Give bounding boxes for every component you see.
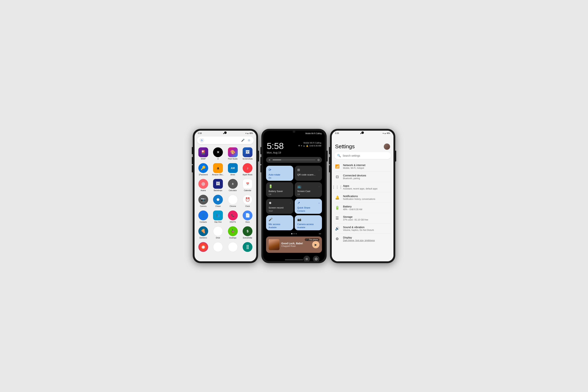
app-item-music[interactable]: ♪Apple Music (241, 162, 254, 177)
app-item-amazon[interactable]: aAmazon Sho... (211, 162, 225, 177)
qs-tile-icon-batterysaver: 🔋 (268, 185, 272, 188)
camera-notch-left (224, 132, 227, 134)
app-label-calculator: Calculator (229, 190, 237, 192)
qs-tile-screenrecord[interactable]: ⏺›Screen recordStart (266, 199, 293, 214)
qs-header: 5:58 Mon, Aug 19 Mobile Wi-Fi Calling 👁 … (263, 135, 325, 156)
settings-item-connected[interactable]: ⊡Connected devicesBluetooth, pairing (334, 172, 391, 182)
app-item-contacts[interactable]: 👤Contacts (196, 210, 210, 224)
app-item-misc1[interactable]: ◉ (196, 241, 210, 254)
qs-tile-title-screencast: Screen Cast (297, 190, 320, 192)
qs-tile-micaccess[interactable]: 🎤Mic accessAvailable (266, 215, 293, 230)
app-label-amex: Amex (230, 174, 235, 176)
qs-power-button[interactable]: ⏻ (313, 256, 320, 261)
qs-tile-title-screenrecord: Screen record (268, 206, 291, 209)
app-item-snap[interactable]: 🎴SNAP (196, 146, 210, 161)
media-info: Good Luck, Babe! Chappell Roan (281, 242, 310, 247)
app-label-chase: Chase (216, 205, 221, 207)
qs-tile-icon-quickshare: ↗ (297, 201, 300, 204)
settings-item-battery[interactable]: 🔋Battery48% - Until 6:30 AM (334, 203, 391, 213)
app-label-contacts: Contacts (200, 221, 207, 223)
app-label-pixel: Pixel Studio (228, 158, 238, 160)
app-item-misc3[interactable]: ◎ (226, 241, 240, 254)
settings-item-sub-sound: Volume, haptics, Do Not Disturb (343, 229, 391, 232)
app-item-screenshots[interactable]: 🖼Screenshots (241, 146, 254, 161)
media-player[interactable]: ♪ Good Luck, Babe! Chappell Roan ▶ 📱 Thi… (266, 236, 322, 253)
app-icon-dominos: 🍕 (198, 226, 208, 236)
mic-search-icon[interactable]: 🎤 (241, 138, 245, 142)
app-item-chase[interactable]: ⬟Chase (211, 194, 225, 208)
qs-tile-autorotate[interactable]: ⟳Auto-rotateOn (266, 166, 293, 181)
settings-search-bar[interactable]: 🔍 Search settings (334, 152, 391, 159)
qs-tile-header-batterysaver: 🔋 (268, 185, 291, 188)
app-item-drive[interactable]: △Drive (211, 225, 225, 240)
qs-tile-qrcode[interactable]: ⊞›QR code scann... (295, 166, 322, 181)
app-icon-misc1: ◉ (198, 242, 208, 252)
app-item-digits[interactable]: 📞DIGITS (226, 210, 240, 224)
app-item-calculator[interactable]: ±Calculator (226, 178, 240, 192)
settings-item-storage[interactable]: ☰Storage37% used - 81.10 GB free (334, 213, 391, 224)
qs-tiles: ⟳Auto-rotateOn⊞›QR code scann...🔋Battery… (263, 164, 325, 232)
app-item-misc4[interactable]: ⣿ (241, 241, 254, 254)
settings-item-network[interactable]: 📶Network & internetMobile, Wi-Fi, hotspo… (334, 161, 391, 172)
qs-status-icons: Mobile Wi-Fi Calling (306, 132, 322, 134)
app-item-dominos[interactable]: 🍕Domino's (196, 225, 210, 240)
settings-status-time: 5:59 (335, 132, 339, 134)
qs-edit-icon[interactable]: ✏ (319, 232, 321, 236)
settings-item-sub-notifications: Notification history, conversations (343, 198, 391, 200)
google-search-bar[interactable]: G 🎤 ⊙ (197, 136, 254, 144)
app-item-amex[interactable]: AMAmex (226, 162, 240, 177)
app-item-clock[interactable]: ⏰Clock (241, 194, 254, 208)
app-item-pixel[interactable]: 🎨Pixel Studio (226, 146, 240, 161)
qs-tile-screencast[interactable]: 📺›Screen CastOff (295, 182, 322, 197)
app-item-chrome[interactable]: ◎Chrome (226, 194, 240, 208)
app-label-drive: Drive (216, 237, 220, 239)
qs-status-row: 👁 ▾ ▲ 🔒 Until 6:30 AM (298, 145, 321, 147)
qs-tile-sub-autorotate: On (268, 177, 291, 179)
settings-screen: 5:59 ▲ ▾ ▲ 48% Settings 🔍 Search setting… (332, 131, 394, 261)
brightness-slider[interactable]: ☀ ⚙ (266, 157, 322, 163)
settings-item-sound[interactable]: 🔊Sound & vibrationVolume, haptics, Do No… (334, 224, 391, 234)
home-indicator-mid (285, 260, 303, 260)
qs-tile-title-autorotate: Auto-rotate (268, 173, 291, 176)
qs-tile-batterysaver[interactable]: 🔋Battery SaverOff (266, 182, 293, 197)
qs-tile-header-screencast: 📺› (297, 185, 320, 188)
app-icon-digits: 📞 (228, 210, 238, 220)
qs-top-right: Mobile Wi-Fi Calling 👁 ▾ ▲ 🔒 Until 6:30 … (298, 142, 321, 147)
lens-search-icon[interactable]: ⊙ (247, 138, 251, 142)
status-icons-left: ▾ ▲ 48% (246, 132, 253, 134)
qs-tile-header-autorotate: ⟳ (268, 168, 291, 172)
settings-item-notifications[interactable]: 🔔NotificationsNotification history, conv… (334, 192, 391, 203)
app-item-asana[interactable]: ◎Asana (196, 178, 210, 192)
qs-settings-button[interactable]: ⚙ (304, 256, 310, 261)
app-item-calendar[interactable]: 📅Calendar (241, 178, 254, 192)
settings-item-display[interactable]: ⚙DisplayDark theme, font size, brightnes… (334, 234, 391, 244)
app-icon-everydollar: $ (243, 226, 252, 236)
app-item-docs[interactable]: 📄Docs (241, 210, 254, 224)
app-icon-chase: ⬟ (213, 195, 223, 204)
app-item-everydollar[interactable]: $EveryDollar (241, 225, 254, 240)
qs-tile-header-screenrecord: ⏺› (268, 201, 291, 204)
app-label-digits: DIGITS (230, 221, 236, 223)
media-play-button[interactable]: ▶ (312, 241, 320, 248)
user-avatar[interactable] (384, 143, 390, 150)
app-icon-calculator: ± (228, 179, 238, 189)
app-item-camera[interactable]: 📷Camera (196, 194, 210, 208)
settings-item-apps[interactable]: ⋮⋮⋮AppsAssistant, recent apps, default a… (334, 182, 391, 192)
qs-settings-icon: ⚙ (306, 257, 308, 261)
app-item-duolingo[interactable]: 🦆Duolingo (226, 225, 240, 240)
app-item-backdrops[interactable]: 🖼Backdrops (211, 178, 225, 192)
qs-date: Mon, Aug 19 (267, 151, 284, 154)
app-item-misc2[interactable]: ▦ (211, 241, 225, 254)
qs-tile-chevron-quickshare: › (319, 202, 320, 204)
app-item-dayone[interactable]: 📘Day One (211, 210, 225, 224)
app-icon-amazon: a (213, 163, 223, 173)
app-item-1password[interactable]: 🔑1Password (196, 162, 210, 177)
app-grid: 🎴SNAP✕X🎨Pixel Studio🖼Screenshots🔑1Passwo… (194, 146, 256, 254)
wifi-icon: ▾ (246, 132, 246, 134)
qs-tile-title-qrcode: QR code scann... (297, 173, 320, 176)
qs-tile-cameraaccess[interactable]: 📷Camera accessAvailable (295, 215, 322, 230)
qs-tile-chevron-qrcode: › (319, 168, 320, 171)
app-item-x[interactable]: ✕X (211, 146, 225, 161)
qs-tile-quickshare[interactable]: ↗›Quick ShareContacts (295, 199, 322, 214)
settings-item-title-battery: Battery (343, 205, 391, 208)
